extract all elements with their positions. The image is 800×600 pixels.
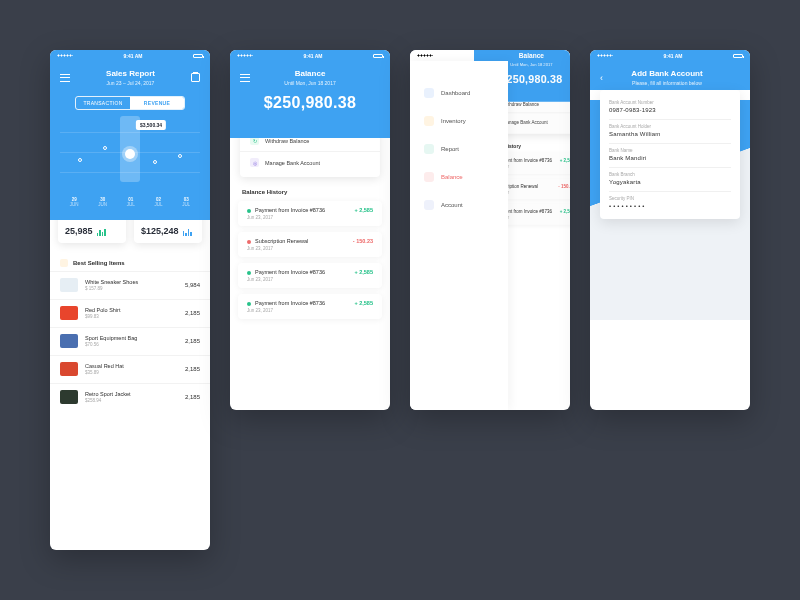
manage-bank-button[interactable]: ◎ Manage Bank Account	[240, 151, 380, 173]
sparkline-icon	[183, 228, 192, 236]
page-title: Add Bank Account	[603, 69, 731, 78]
signal-icon	[597, 54, 613, 57]
product-name: Retro Sport Jacket	[85, 391, 178, 397]
product-row[interactable]: White Sneaker Shoes $ 157.89 5,984	[50, 271, 210, 299]
history-row[interactable]: Payment from Invoice #8736 + 2,585 Jun 2…	[238, 263, 382, 288]
sales-report-screen: 9:41 AM Sales Report Jun 23 – Jul 24, 20…	[50, 50, 210, 550]
nav-item-dashboard[interactable]: Dashboard	[410, 79, 508, 107]
form-field[interactable]: Bank Branch Yogyakarta	[609, 168, 731, 192]
product-price: $99.83	[85, 314, 178, 319]
status-bar: 9:41 AM	[50, 50, 210, 61]
product-thumb	[60, 390, 78, 404]
nav-icon	[424, 116, 434, 126]
product-name: Casual Red Hat	[85, 363, 178, 369]
bank-icon: ◎	[250, 158, 259, 167]
page-title: Sales Report	[70, 69, 191, 78]
nav-icon	[424, 144, 434, 154]
status-bar: 9:41 AM	[590, 50, 750, 61]
signal-icon	[57, 54, 73, 57]
product-price: $70.56	[85, 342, 178, 347]
history-row[interactable]: Subscription Renewal - 150.23 Jun 23, 20…	[238, 232, 382, 257]
product-name: White Sneaker Shoes	[85, 279, 178, 285]
star-icon	[60, 259, 68, 267]
nav-icon	[424, 200, 434, 210]
nav-icon	[424, 88, 434, 98]
history-row[interactable]: Payment from Invoice #8736 + 2,585 Jun 2…	[238, 201, 382, 226]
field-value: Samantha William	[609, 131, 731, 137]
product-price: $35.89	[85, 370, 178, 375]
field-label: Bank Branch	[609, 172, 731, 177]
form-field[interactable]: Bank Account Holder Samantha William	[609, 120, 731, 144]
field-label: Bank Name	[609, 148, 731, 153]
header: Sales Report Jun 23 – Jul 24, 2017 TRANS…	[50, 61, 210, 220]
signal-icon	[237, 54, 253, 57]
product-thumb	[60, 334, 78, 348]
product-price: $258.94	[85, 398, 178, 403]
nav-item-account[interactable]: Account	[410, 191, 508, 219]
balance-amount: $250,980.38	[240, 94, 380, 112]
chart-tooltip: $3,500.34	[136, 120, 166, 130]
tab-transaction[interactable]: TRANSACTION	[76, 97, 130, 109]
form-field[interactable]: Bank Account Number 0987-0983-1923	[609, 96, 731, 120]
balance-screen: 9:41 AM Balance Until Mon, Jun 18 2017 $…	[230, 50, 390, 410]
menu-icon[interactable]	[60, 74, 70, 82]
product-row[interactable]: Sport Equipment Bag $70.56 2,185	[50, 327, 210, 355]
chart-xaxis: 29JUN 30JUN 01JUL 02JUL 03JUL	[60, 198, 200, 208]
product-row[interactable]: Casual Red Hat $35.89 2,185	[50, 355, 210, 383]
product-count: 2,185	[185, 310, 200, 316]
field-value: 0987-0983-1923	[609, 107, 731, 113]
calendar-icon[interactable]	[191, 73, 200, 82]
bank-form-card: Bank Account Number 0987-0983-1923 Bank …	[600, 90, 740, 219]
product-price: $ 157.89	[85, 286, 178, 291]
menu-drawer-screen: 9:41 AM Dashboard Inventory Report Balan…	[410, 50, 570, 410]
product-thumb	[60, 306, 78, 320]
field-value: Yogyakarta	[609, 179, 731, 185]
form-field[interactable]: Bank Name Bank Mandiri	[609, 144, 731, 168]
field-label: Bank Account Holder	[609, 124, 731, 129]
balance-history-heading: Balance History	[230, 187, 390, 201]
field-label: Security PIN	[609, 196, 731, 201]
battery-icon	[733, 54, 743, 58]
product-name: Sport Equipment Bag	[85, 335, 178, 341]
product-count: 2,185	[185, 338, 200, 344]
nav-item-report[interactable]: Report	[410, 135, 508, 163]
product-row[interactable]: Red Polo Shirt $99.83 2,185	[50, 299, 210, 327]
product-count: 2,185	[185, 394, 200, 400]
form-field[interactable]: Security PIN • • • • • • • • •	[609, 192, 731, 215]
nav-item-inventory[interactable]: Inventory	[410, 107, 508, 135]
product-name: Red Polo Shirt	[85, 307, 178, 313]
page-title: Balance	[250, 69, 370, 78]
add-bank-screen: 9:41 AM ‹ Add Bank Account Please, fill …	[590, 50, 750, 410]
nav-icon	[424, 172, 434, 182]
status-bar: 9:41 AM	[230, 50, 390, 61]
battery-icon	[193, 54, 203, 58]
menu-icon[interactable]	[240, 74, 250, 82]
product-count: 5,984	[185, 282, 200, 288]
product-thumb	[60, 362, 78, 376]
nav-item-balance[interactable]: Balance	[410, 163, 508, 191]
field-label: Bank Account Number	[609, 100, 731, 105]
segment-control: TRANSACTION REVENUE	[75, 96, 185, 110]
signal-icon	[417, 54, 433, 57]
tab-revenue[interactable]: REVENUE	[130, 97, 184, 109]
field-value: • • • • • • • • •	[609, 203, 731, 209]
best-selling-heading: Best Selling Items	[50, 253, 210, 271]
field-value: Bank Mandiri	[609, 155, 731, 161]
history-row[interactable]: Payment from Invoice #8736 + 2,585 Jun 2…	[238, 294, 382, 319]
product-thumb	[60, 278, 78, 292]
sparkline-icon	[97, 228, 106, 236]
product-row[interactable]: Retro Sport Jacket $258.94 2,185	[50, 383, 210, 411]
status-time: 9:41 AM	[124, 53, 143, 59]
product-count: 2,185	[185, 366, 200, 372]
navigation-drawer: Dashboard Inventory Report Balance Accou…	[410, 61, 508, 410]
revenue-chart[interactable]: $3,500.34	[60, 116, 200, 196]
date-range: Jun 23 – Jul 24, 2017	[70, 80, 191, 86]
battery-icon	[373, 54, 383, 58]
